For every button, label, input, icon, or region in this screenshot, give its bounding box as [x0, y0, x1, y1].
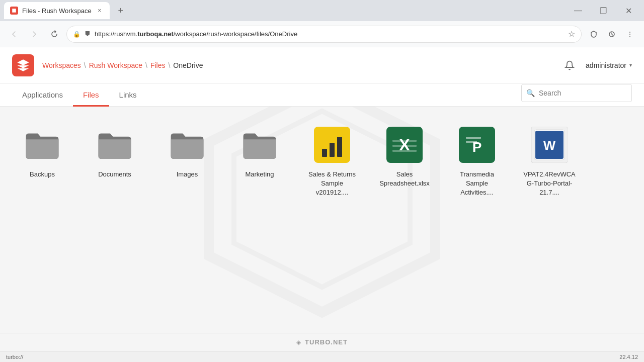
header-right: administrator ▾	[561, 57, 632, 73]
svg-rect-4	[337, 137, 342, 157]
tab-title: Files - Rush Workspace	[22, 7, 92, 15]
excel-icon-sales: X	[384, 125, 425, 165]
app-content: Workspaces \ Rush Workspace \ Files \ On…	[0, 47, 644, 351]
nav-actions: ⋮	[586, 26, 638, 42]
file-item-documents[interactable]: Documents	[85, 119, 145, 321]
breadcrumb-files[interactable]: Files	[150, 61, 166, 69]
search-container: 🔍	[521, 84, 632, 102]
back-button[interactable]	[6, 26, 22, 42]
search-input[interactable]	[521, 84, 632, 102]
url-prefix: https://rushvm.	[95, 30, 137, 38]
restore-button[interactable]: ❒	[592, 2, 615, 19]
address-bar[interactable]: 🔒 ⛊ https://rushvm.turboqa.net/workspace…	[66, 26, 582, 43]
tab-close-button[interactable]: ×	[96, 7, 104, 15]
tab-favicon	[10, 7, 18, 15]
search-icon: 🔍	[526, 89, 535, 97]
app-header: Workspaces \ Rush Workspace \ Files \ On…	[0, 47, 644, 83]
powerbi-icon-sales-returns	[312, 125, 352, 165]
file-label-vpat: VPAT2.4RevWCAG-Turbo-Portal-21.7....	[523, 170, 576, 198]
file-item-sales-spreadsheet[interactable]: X Sales Spreadsheet.xlsx	[374, 119, 435, 321]
user-dropdown-arrow: ▾	[629, 62, 632, 68]
url-path: /workspace/rush-workspace/files/OneDrive	[174, 30, 297, 38]
folder-icon-marketing	[239, 125, 280, 165]
forward-button[interactable]	[26, 26, 42, 42]
browser-tab[interactable]: Files - Rush Workspace ×	[4, 2, 110, 19]
file-label-marketing: Marketing	[245, 170, 274, 179]
tab-applications[interactable]: Applications	[12, 83, 73, 107]
files-grid: Backups Documents	[0, 107, 644, 333]
file-item-vpat[interactable]: W VPAT2.4RevWCAG-Turbo-Portal-21.7....	[519, 119, 580, 321]
shield-icon: ⛊	[85, 31, 91, 38]
file-item-images[interactable]: Images	[157, 119, 217, 321]
notification-button[interactable]	[561, 57, 578, 73]
footer-brand: TURBO.NET	[305, 338, 348, 346]
shield-nav-icon[interactable]	[586, 26, 602, 42]
file-label-transmedia: Transmedia Sample Activities....	[451, 170, 503, 198]
file-item-transmedia[interactable]: P Transmedia Sample Activities....	[447, 119, 507, 321]
file-item-sales-returns[interactable]: Sales & Returns Sample v201912....	[302, 119, 362, 321]
close-button[interactable]: ✕	[617, 2, 640, 19]
app-logo	[12, 54, 34, 76]
turbo-logo-icon: ◈	[296, 339, 301, 346]
breadcrumb-rush-workspace[interactable]: Rush Workspace	[89, 61, 142, 69]
breadcrumb-onedrive: OneDrive	[173, 61, 203, 69]
status-version: 22.4.12	[619, 354, 638, 360]
status-left: turbo://	[6, 354, 23, 360]
file-label-backups: Backups	[30, 170, 55, 179]
menu-button[interactable]: ⋮	[622, 26, 638, 42]
svg-rect-8	[392, 145, 417, 147]
svg-rect-9	[392, 150, 417, 152]
extensions-icon[interactable]	[604, 26, 620, 42]
security-icon: 🔒	[73, 31, 80, 38]
url-domain: turboqa.net	[137, 30, 174, 38]
file-label-images: Images	[177, 170, 198, 179]
title-bar: Files - Rush Workspace × + — ❒ ✕	[0, 0, 644, 21]
nav-bar: 🔒 ⛊ https://rushvm.turboqa.net/workspace…	[0, 21, 644, 47]
bookmark-icon[interactable]: ☆	[568, 29, 575, 39]
username: administrator	[586, 61, 626, 69]
window-controls: — ❒ ✕	[567, 2, 640, 19]
svg-rect-12	[466, 137, 481, 139]
file-item-backups[interactable]: Backups	[12, 119, 72, 321]
app-footer: ◈ TURBO.NET	[0, 333, 644, 351]
address-url: https://rushvm.turboqa.net/workspace/rus…	[95, 30, 564, 38]
folder-icon-images	[167, 125, 207, 165]
new-tab-button[interactable]: +	[114, 4, 128, 18]
file-label-sales-spreadsheet: Sales Spreadsheet.xlsx	[378, 170, 431, 188]
word-icon-vpat: W	[529, 125, 570, 165]
breadcrumb: Workspaces \ Rush Workspace \ Files \ On…	[42, 61, 203, 69]
folder-icon-backups	[22, 125, 62, 165]
breadcrumb-workspaces[interactable]: Workspaces	[42, 61, 81, 69]
minimize-button[interactable]: —	[567, 2, 590, 19]
tab-files[interactable]: Files	[73, 83, 109, 107]
svg-rect-3	[330, 143, 335, 157]
breadcrumb-sep-1: \	[84, 61, 86, 69]
svg-rect-2	[322, 149, 327, 157]
file-label-sales-returns: Sales & Returns Sample v201912....	[306, 170, 358, 198]
svg-rect-13	[466, 141, 477, 143]
breadcrumb-sep-2: \	[145, 61, 147, 69]
tab-links[interactable]: Links	[109, 83, 147, 107]
user-menu[interactable]: administrator ▾	[586, 61, 632, 69]
status-bar: turbo:// 22.4.12	[0, 351, 644, 362]
refresh-button[interactable]	[46, 26, 62, 42]
file-label-documents: Documents	[98, 170, 131, 179]
publisher-icon-transmedia: P	[457, 125, 497, 165]
breadcrumb-sep-3: \	[168, 61, 170, 69]
file-item-marketing[interactable]: Marketing	[229, 119, 290, 321]
folder-icon-documents	[95, 125, 135, 165]
svg-text:W: W	[543, 138, 556, 153]
tabs-bar: Applications Files Links 🔍	[0, 83, 644, 107]
svg-rect-7	[392, 140, 417, 142]
